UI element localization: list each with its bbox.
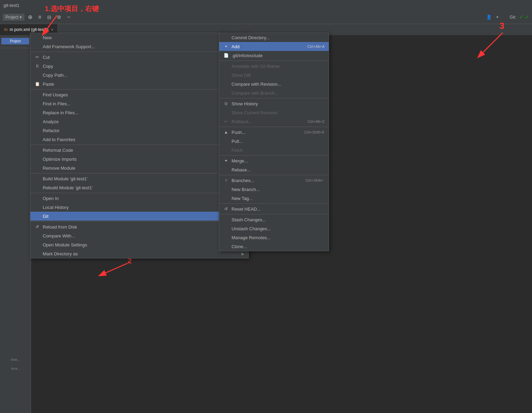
git-menu-separator: [219, 127, 329, 127]
arrow2-svg: [90, 262, 134, 282]
menu-item-rebuild-module[interactable]: Rebuild Module 'git-test1'Ctrl+Shift+F9: [30, 183, 248, 192]
toolbar-chevron-icon[interactable]: ▾: [494, 13, 500, 21]
menu-item-cut[interactable]: ✂CutCtrl+X: [30, 53, 248, 62]
git-menu-item-new-branch[interactable]: New Branch...: [219, 185, 329, 194]
menu-item-analyze[interactable]: Analyze▶: [30, 117, 248, 126]
reformat-code-label: Reformat Code: [43, 148, 73, 153]
menu-item-git[interactable]: Git▶: [30, 212, 248, 221]
git-manage-remotes-label: Manage Remotes...: [232, 235, 270, 240]
menu-item-add-favorites[interactable]: Add to Favorites▶: [30, 135, 248, 144]
menu-item-replace-in-files[interactable]: Replace in Files...Ctrl+Shift+R: [30, 108, 248, 117]
toolbar-user-icon[interactable]: 👤: [485, 13, 493, 21]
git-check2-icon: ✓: [525, 14, 529, 20]
git-label: Git:: [510, 15, 516, 20]
git-label: Git: [43, 214, 49, 219]
compare-with-label: Compare With...: [43, 233, 75, 239]
git-push-label: Push...: [232, 130, 245, 135]
menu-item-find-usages[interactable]: Find UsagesAlt+F7: [30, 90, 248, 99]
git-menu-item-pull[interactable]: Pull...: [219, 137, 329, 146]
git-stash-changes-label: Stash Changes...: [232, 217, 266, 222]
git-commit-directory-label: Commit Directory...: [232, 35, 269, 40]
git-compare-branch-label: Compare with Branch...: [232, 91, 278, 96]
menu-separator: [30, 52, 248, 52]
git-new-tag-label: New Tag...: [232, 196, 253, 201]
git-menu-item-merge[interactable]: ✦Merge...: [219, 156, 329, 165]
menu-item-optimize-imports[interactable]: Optimize ImportsCtrl+Alt+O: [30, 155, 248, 163]
context-menu-right: Commit Directory...+AddCtrl+Alt+A📄.git/i…: [219, 33, 329, 251]
remove-module-label: Remove Module: [43, 166, 75, 171]
arrow1-svg: [36, 12, 64, 40]
menu-item-open-module-settings[interactable]: Open Module SettingsF4: [30, 240, 248, 249]
menu-separator: [30, 193, 248, 193]
local-history-label: Local History: [43, 205, 69, 210]
git-menu-item-git-info-exclude[interactable]: 📄.git/info/exclude: [219, 51, 329, 60]
menu-item-compare-with[interactable]: Compare With...Ctrl+D: [30, 231, 248, 240]
menu-item-paste[interactable]: 📋PasteCtrl+V: [30, 80, 248, 88]
git-branches-shortcut: Ctrl+Shift+`: [305, 178, 325, 182]
git-menu-item-stash-changes[interactable]: Stash Changes...: [219, 215, 329, 224]
open-in-label: Open In: [43, 196, 59, 201]
mark-directory-as-label: Mark Directory as: [43, 251, 78, 256]
find-in-files-label: Find in Files...: [43, 101, 71, 106]
paste-icon: 📋: [34, 82, 40, 86]
git-menu-item-reset-head[interactable]: ↺Reset HEAD...: [219, 204, 329, 213]
git-unstash-changes-label: Unstash Changes...: [232, 226, 271, 231]
side-panel-project-item[interactable]: Project: [1, 38, 29, 44]
git-merge-label: Merge...: [232, 158, 248, 163]
menu-item-reformat-code[interactable]: Reformat CodeCtrl+Alt+L: [30, 146, 248, 155]
side-scratch-item[interactable]: Scra...: [9, 366, 21, 372]
git-menu-separator: [219, 214, 329, 214]
git-menu-item-new-tag[interactable]: New Tag...: [219, 194, 329, 203]
copy-path-label: Copy Path...: [43, 73, 68, 78]
show-history-icon: ⊙: [223, 101, 229, 106]
svg-line-3: [100, 263, 127, 275]
menu-item-remove-module[interactable]: Remove ModuleDelete: [30, 163, 248, 172]
add-framework-label: Add Framework Support...: [43, 44, 95, 49]
menu-item-copy-path[interactable]: Copy Path...: [30, 71, 248, 80]
git-add-label: Add: [232, 44, 239, 49]
git-menu-item-push[interactable]: ▲Push...Ctrl+Shift+K: [219, 128, 329, 137]
git-show-current-revision-label: Show Current Revision: [232, 110, 277, 115]
git-menu-item-rebase[interactable]: Rebase...: [219, 165, 329, 174]
arrow3-svg: [472, 29, 513, 64]
menu-item-build-module[interactable]: Build Module 'git-test1': [30, 174, 248, 183]
git-menu-separator: [219, 203, 329, 204]
toolbar-add-button[interactable]: ⊕: [26, 13, 34, 21]
git-menu-item-compare-revision[interactable]: Compare with Revision...: [219, 80, 329, 88]
git-clone-label: Clone...: [232, 244, 247, 249]
git-menu-item-add[interactable]: +AddCtrl+Alt+A: [219, 42, 329, 51]
refactor-label: Refactor: [43, 128, 60, 133]
toolbar-minus-button[interactable]: −: [64, 13, 73, 21]
find-usages-label: Find Usages: [43, 92, 68, 97]
svg-line-5: [479, 33, 503, 57]
menu-item-copy[interactable]: ⎘CopyCtrl+C: [30, 62, 248, 71]
git-rollback-label: Rollback...: [232, 119, 253, 124]
git-menu-item-clone[interactable]: Clone...: [219, 242, 329, 251]
open-module-settings-label: Open Module Settings: [43, 242, 87, 247]
toolbar-project-button[interactable]: Project ▾: [3, 14, 24, 21]
git-menu-item-show-history[interactable]: ⊙Show History: [219, 99, 329, 108]
menu-item-refactor[interactable]: Refactor▶: [30, 126, 248, 135]
side-external-libs-item[interactable]: Exte...: [10, 357, 21, 363]
menu-item-mark-directory-as[interactable]: Mark Directory as▶: [30, 249, 248, 258]
menu-item-local-history[interactable]: Local History▶: [30, 203, 248, 212]
menu-item-reload-disk[interactable]: ↺Reload from Disk: [30, 222, 248, 231]
git-menu-item-branches[interactable]: ⑂Branches...Ctrl+Shift+`: [219, 176, 329, 185]
menu-item-open-in[interactable]: Open In▶: [30, 194, 248, 203]
chevron-down-icon: ▾: [20, 15, 22, 20]
git-menu-item-show-diff: Show Diff: [219, 71, 329, 80]
git-menu-item-unstash-changes[interactable]: Unstash Changes...: [219, 224, 329, 233]
git-show-history-label: Show History: [232, 101, 258, 106]
analyze-label: Analyze: [43, 119, 59, 124]
git-menu-item-commit-directory[interactable]: Commit Directory...: [219, 33, 329, 42]
git-reset-head-label: Reset HEAD...: [232, 206, 261, 212]
git-annotate-blame-label: Annotate with Git Blame: [232, 64, 279, 69]
git-add-shortcut: Ctrl+Alt+A: [307, 44, 325, 49]
menu-item-find-in-files[interactable]: Find in Files...Ctrl+Shift+F: [30, 99, 248, 108]
git-menu-separator: [219, 98, 329, 98]
git-menu-separator: [219, 155, 329, 156]
git-rebase-label: Rebase...: [232, 167, 251, 172]
git-menu-item-manage-remotes[interactable]: Manage Remotes...: [219, 233, 329, 242]
git-branches-label: Branches...: [232, 178, 254, 183]
menu-item-add-framework[interactable]: Add Framework Support...: [30, 42, 248, 51]
